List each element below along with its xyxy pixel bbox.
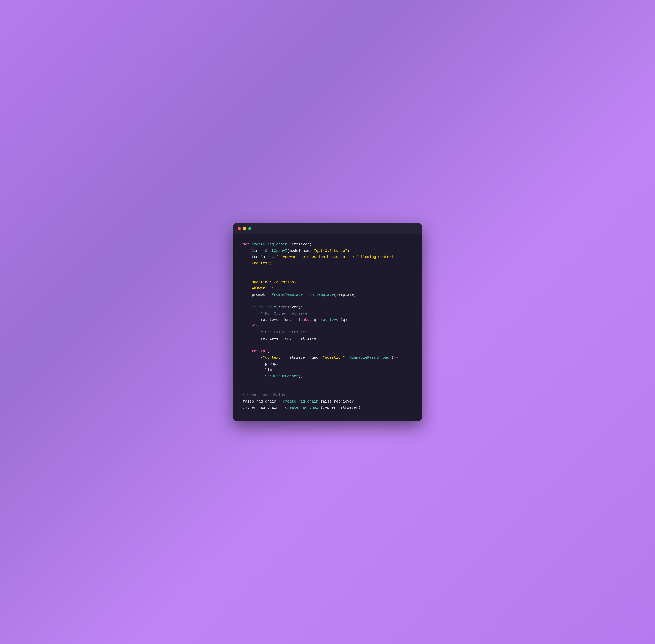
- titlebar: [233, 223, 422, 234]
- minimize-button[interactable]: [243, 227, 246, 230]
- maximize-button[interactable]: [248, 227, 251, 230]
- code-editor: def create_rag_chain(retriever): llm = C…: [233, 234, 422, 421]
- code-window: def create_rag_chain(retriever): llm = C…: [233, 223, 422, 421]
- close-button[interactable]: [238, 227, 241, 230]
